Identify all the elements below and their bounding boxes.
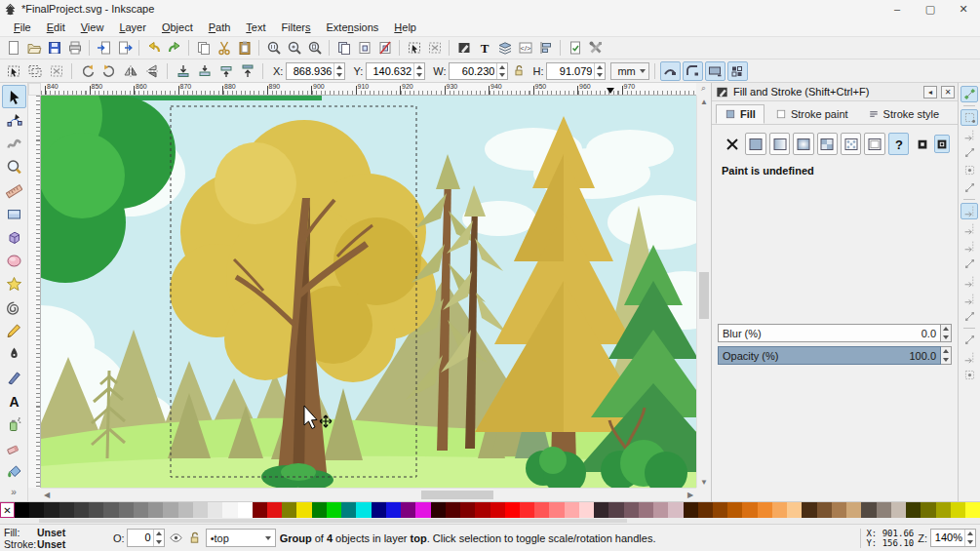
- palette-swatch[interactable]: [772, 502, 787, 518]
- palette-swatch[interactable]: [148, 502, 163, 518]
- snap-bounding-box-button[interactable]: [960, 109, 978, 126]
- preferences-button[interactable]: [585, 38, 606, 58]
- bbox-centers-button[interactable]: [960, 179, 978, 196]
- copy-button[interactable]: [193, 38, 214, 58]
- tool-selector[interactable]: [2, 85, 26, 108]
- save-button[interactable]: [44, 38, 64, 58]
- tool-eraser[interactable]: [2, 436, 26, 459]
- palette-swatch[interactable]: [356, 502, 371, 518]
- opacity-slider[interactable]: Opacity (%) 100.0: [718, 346, 941, 365]
- palette-swatch[interactable]: [906, 502, 921, 518]
- tab-stroke-style[interactable]: Stroke style: [859, 104, 948, 124]
- paint-mesh-gradient-button[interactable]: [817, 133, 838, 155]
- tool-tweak[interactable]: [2, 132, 26, 155]
- unlink-clone-button[interactable]: [374, 38, 395, 58]
- rotate-ccw-button[interactable]: [77, 61, 98, 81]
- palette-swatch[interactable]: [653, 502, 668, 518]
- width-input[interactable]: [450, 63, 496, 79]
- close-button[interactable]: ✕: [947, 0, 980, 18]
- tool-zoom[interactable]: [2, 155, 26, 178]
- bbox-corners-button[interactable]: [960, 144, 978, 161]
- new-button[interactable]: [3, 38, 23, 58]
- palette-swatch[interactable]: [89, 502, 103, 518]
- palette-swatch[interactable]: [341, 502, 356, 518]
- tool-text[interactable]: A: [2, 389, 26, 413]
- menu-extensions[interactable]: Extensions: [319, 20, 387, 35]
- palette-swatch[interactable]: [877, 502, 891, 518]
- palette-swatch[interactable]: [446, 502, 460, 518]
- move-patterns-button[interactable]: [727, 61, 748, 81]
- palette-swatch[interactable]: [684, 502, 698, 518]
- palette-swatch[interactable]: [222, 502, 237, 518]
- smooth-nodes-button[interactable]: [960, 256, 978, 272]
- export-button[interactable]: [114, 38, 135, 58]
- duplicate-button[interactable]: [333, 38, 354, 58]
- toolbox-overflow[interactable]: »: [11, 487, 17, 501]
- line-midpoints-button[interactable]: [960, 273, 978, 290]
- fill-stroke-indicator[interactable]: Fill:Unset Stroke:Unset: [4, 527, 109, 550]
- snap-page-border-button[interactable]: [960, 332, 978, 348]
- palette-swatch[interactable]: [534, 502, 549, 518]
- menu-text[interactable]: Text: [238, 20, 273, 35]
- palette-swatch[interactable]: [727, 502, 742, 518]
- y-spinner[interactable]: [413, 63, 424, 79]
- paint-swatch-button[interactable]: [864, 133, 884, 155]
- palette-swatch[interactable]: [698, 502, 713, 518]
- scroll-down-icon[interactable]: ▼: [697, 476, 711, 488]
- paint-radial-gradient-button[interactable]: [793, 133, 813, 155]
- fill-rule-evenodd-button[interactable]: [915, 135, 930, 153]
- palette-swatch[interactable]: [802, 502, 816, 518]
- tool-node[interactable]: [2, 108, 26, 132]
- xml-editor-button[interactable]: </>: [515, 38, 535, 58]
- layer-lock-icon[interactable]: [187, 531, 202, 545]
- palette-swatch[interactable]: [549, 502, 564, 518]
- ruler-horizontal[interactable]: 8408508608708808909009109209309409509609…: [41, 83, 696, 96]
- lower-button[interactable]: [194, 61, 215, 81]
- x-spinner[interactable]: [333, 63, 344, 79]
- deselect-button[interactable]: [424, 38, 445, 58]
- zoom-drawing-button[interactable]: [284, 38, 304, 58]
- palette-swatch[interactable]: [312, 502, 327, 518]
- palette-swatch[interactable]: [624, 502, 639, 518]
- palette-swatch[interactable]: [505, 502, 520, 518]
- blur-spinner[interactable]: [941, 324, 952, 342]
- palette-swatch[interactable]: [817, 502, 832, 518]
- layer-visibility-icon[interactable]: [169, 531, 183, 545]
- menu-path[interactable]: Path: [201, 20, 239, 35]
- palette-swatch[interactable]: [74, 502, 89, 518]
- paste-button[interactable]: [234, 38, 255, 58]
- snap-grids-button[interactable]: [960, 349, 978, 366]
- tool-pencil[interactable]: [2, 319, 26, 342]
- menu-view[interactable]: View: [73, 20, 112, 35]
- palette-swatch[interactable]: [59, 502, 74, 518]
- palette-swatch[interactable]: [238, 502, 253, 518]
- tool-spiral[interactable]: [2, 295, 26, 319]
- zoom-1to1-button[interactable]: [263, 38, 284, 58]
- palette-swatch[interactable]: [401, 502, 415, 518]
- print-button[interactable]: [64, 38, 85, 58]
- tool-measure[interactable]: [2, 178, 26, 202]
- panel-close-button[interactable]: ✕: [941, 86, 955, 98]
- object-opacity-spinner[interactable]: [153, 530, 164, 546]
- palette-swatch[interactable]: [861, 502, 876, 518]
- palette-swatch[interactable]: [787, 502, 802, 518]
- palette-swatch[interactable]: [163, 502, 177, 518]
- palette-swatch[interactable]: [965, 502, 980, 518]
- create-clone-button[interactable]: [354, 38, 374, 58]
- palette-swatch[interactable]: [594, 502, 608, 518]
- palette-swatch[interactable]: [44, 502, 59, 518]
- palette-swatch[interactable]: [267, 502, 282, 518]
- bbox-edges-button[interactable]: [960, 127, 978, 143]
- menu-filters[interactable]: Filters: [274, 20, 319, 35]
- deselect-button[interactable]: [46, 61, 66, 81]
- lock-ratio-icon[interactable]: [511, 61, 527, 81]
- palette-swatch[interactable]: [415, 502, 430, 518]
- height-input[interactable]: [547, 63, 594, 79]
- undo-button[interactable]: [143, 38, 164, 58]
- object-opacity-input[interactable]: [128, 530, 153, 545]
- y-input[interactable]: [367, 63, 413, 79]
- palette-swatch[interactable]: [29, 502, 44, 518]
- palette-swatch[interactable]: [758, 502, 772, 518]
- x-input[interactable]: [287, 63, 333, 79]
- redo-button[interactable]: [164, 38, 184, 58]
